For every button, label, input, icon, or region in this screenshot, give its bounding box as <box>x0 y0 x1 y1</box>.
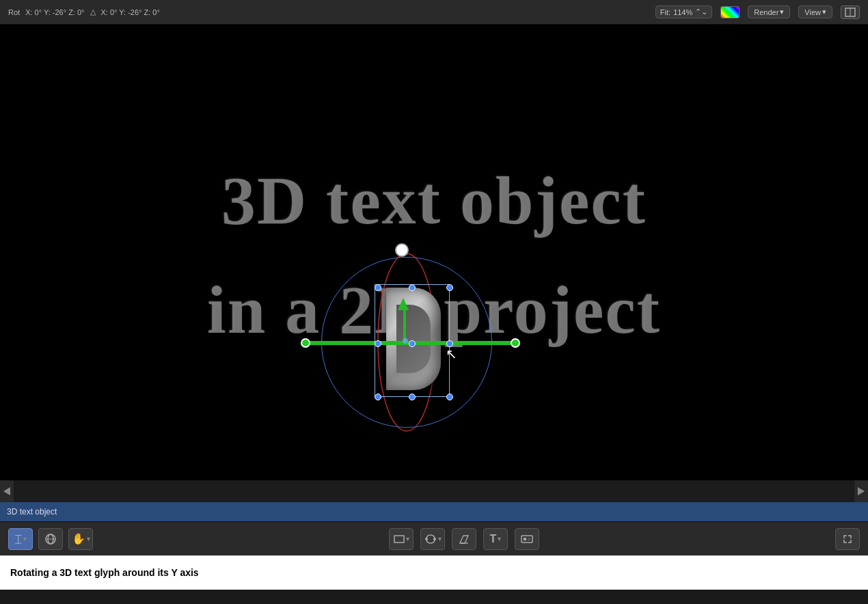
selection-handle-mr[interactable] <box>446 340 453 347</box>
shape-tool-chevron-icon: ▾ <box>406 535 409 543</box>
svg-rect-11 <box>524 538 526 540</box>
delta-values: X: 0° Y: -26° Z: 0° <box>101 8 160 16</box>
svg-point-8 <box>433 538 436 540</box>
selection-handle-tr[interactable] <box>446 284 453 291</box>
pan-tool-icon: ✋ <box>72 532 85 545</box>
window-size-icon <box>845 8 856 17</box>
selection-handle-bm[interactable] <box>409 394 416 400</box>
green-handle-right[interactable] <box>511 338 520 348</box>
select-tool-button[interactable]: ⌶ ▾ <box>8 528 33 550</box>
top-toolbar: Rot X: 0° Y: -26° Z: 0° △ X: 0° Y: -26° … <box>0 0 868 25</box>
view-chevron-icon: ▾ <box>822 8 826 16</box>
caption-area: Rotating a 3D text glyph around its Y ax… <box>0 555 868 590</box>
selection-handle-tl[interactable] <box>375 284 381 291</box>
center-dot <box>403 338 408 344</box>
fit-chevron-icon: ⌃⌄ <box>695 8 707 16</box>
render-menu[interactable]: Render ▾ <box>748 5 790 18</box>
text-tool-icon: T <box>490 533 497 545</box>
timeline-track[interactable] <box>14 480 854 502</box>
selection-handle-bl[interactable] <box>375 394 381 400</box>
fullscreen-icon <box>841 533 854 545</box>
bottom-toolbar-center: ▾ ▾ T ▾ <box>389 528 539 550</box>
canvas-text-line1: 3D text object <box>0 161 868 240</box>
color-swatch[interactable] <box>720 6 740 18</box>
selection-handle-tm[interactable] <box>409 284 416 291</box>
pan-tool-button[interactable]: ✋ ▾ <box>68 528 93 550</box>
delta-symbol: △ <box>90 8 96 16</box>
start-marker-icon <box>3 487 10 495</box>
toolbar-right: Fit: 114% ⌃⌄ Render ▾ View ▾ <box>655 5 860 19</box>
mask-tool-button[interactable]: ▾ <box>420 528 445 550</box>
rotation-handle[interactable] <box>395 243 409 257</box>
end-marker-icon <box>858 487 865 495</box>
orbit-tool-icon <box>44 533 57 545</box>
bottom-toolbar: ⌶ ▾ ✋ ▾ ▾ <box>0 521 868 555</box>
fullscreen-button[interactable] <box>835 528 860 550</box>
select-tool-icon: ⌶ <box>15 533 22 545</box>
pen-tool-icon <box>458 533 470 545</box>
render-chevron-icon: ▾ <box>780 8 784 16</box>
fit-value: 114% <box>673 8 692 16</box>
svg-point-7 <box>425 538 428 540</box>
svg-rect-12 <box>528 538 530 540</box>
text-tool-button[interactable]: T ▾ <box>483 528 508 550</box>
view-menu[interactable]: View ▾ <box>798 5 832 18</box>
select-tool-chevron-icon: ▾ <box>23 535 27 543</box>
object-overlay: ↖ <box>314 250 499 435</box>
pen-tool-button[interactable] <box>452 528 476 550</box>
rot-values: X: 0° Y: -26° Z: 0° <box>25 8 84 16</box>
shape-tool-button[interactable]: ▾ <box>389 528 413 550</box>
selection-handle-br[interactable] <box>446 394 453 400</box>
svg-rect-6 <box>394 536 404 543</box>
paint-tool-button[interactable] <box>515 528 539 550</box>
caption-text: Rotating a 3D text glyph around its Y ax… <box>10 567 199 578</box>
svg-rect-10 <box>521 536 532 543</box>
rot-label: Rot <box>8 8 20 16</box>
bottom-toolbar-left: ⌶ ▾ ✋ ▾ <box>8 528 93 550</box>
orbit-tool-button[interactable] <box>38 528 63 550</box>
toolbar-left: Rot X: 0° Y: -26° Z: 0° △ X: 0° Y: -26° … <box>8 8 160 16</box>
bottom-toolbar-right <box>835 528 860 550</box>
timeline-area <box>0 480 868 502</box>
green-handle-left[interactable] <box>301 338 310 348</box>
timeline-start-marker <box>0 480 14 502</box>
fit-dropdown[interactable]: Fit: 114% ⌃⌄ <box>655 5 712 18</box>
timeline-end-marker <box>854 480 868 502</box>
layer-label: 3D text object <box>7 507 57 517</box>
paint-tool-icon <box>521 534 533 544</box>
layer-bar[interactable]: 3D text object <box>0 502 868 521</box>
selection-handle-ml[interactable] <box>375 340 381 347</box>
render-label: Render <box>754 8 778 16</box>
view-label: View <box>804 8 821 16</box>
selection-handle-mm[interactable] <box>409 340 416 347</box>
window-size-button[interactable] <box>841 5 860 19</box>
text-tool-chevron-icon: ▾ <box>498 535 501 543</box>
fit-label: Fit: <box>660 8 670 16</box>
mask-tool-icon <box>424 533 437 545</box>
pan-tool-chevron-icon: ▾ <box>87 535 90 543</box>
canvas-area: 3D text object in a 2D project <box>0 25 868 480</box>
shape-tool-icon <box>394 534 405 544</box>
mask-tool-chevron-icon: ▾ <box>438 535 442 543</box>
